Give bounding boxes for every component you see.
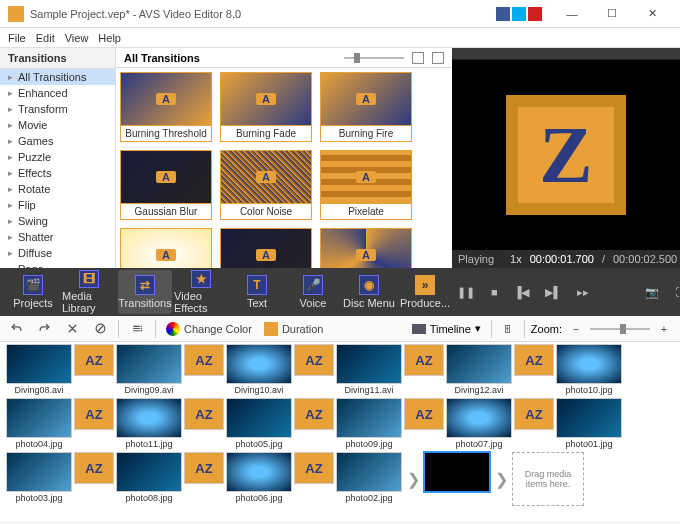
transition-arrow[interactable]: ❯ (492, 459, 510, 499)
speed-button[interactable]: ▸▸ (574, 284, 592, 301)
time-duration: 00:00:02.500 (613, 253, 677, 265)
storyboard-transition[interactable]: AZ (184, 344, 224, 376)
storyboard-clip[interactable]: photo04.jpg (6, 398, 72, 450)
maximize-button[interactable]: ☐ (592, 2, 632, 26)
sidebar-item[interactable]: ▸Transform (0, 101, 115, 117)
transition-item[interactable]: AFlash Dark (220, 228, 312, 268)
transition-item[interactable]: AColor Noise (220, 150, 312, 220)
transition-item[interactable]: ABurning Fire (320, 72, 412, 142)
storyboard-clip[interactable]: Diving08.avi (6, 344, 72, 396)
sidebar-item[interactable]: ▸Movie (0, 117, 115, 133)
transition-item[interactable]: AFlash Light (120, 228, 212, 268)
transition-item[interactable]: ABurning Fade (220, 72, 312, 142)
transition-arrow[interactable]: ❯ (404, 459, 422, 499)
close-button[interactable]: ✕ (632, 2, 672, 26)
toolbar-voice[interactable]: 🎤Voice (286, 270, 340, 314)
zoom-out-button[interactable]: − (566, 319, 586, 339)
storyboard-clip[interactable] (424, 452, 490, 492)
storyboard-clip[interactable]: Diving11.avi (336, 344, 402, 396)
fullscreen-button[interactable]: ⛶ (672, 284, 680, 300)
storyboard-transition[interactable]: AZ (294, 344, 334, 376)
facebook-icon[interactable] (496, 7, 510, 21)
minimize-button[interactable]: — (552, 2, 592, 26)
timeline-icon (412, 324, 426, 334)
toolbar-text[interactable]: TText (230, 270, 284, 314)
storyboard-transition[interactable]: AZ (74, 452, 114, 484)
preview-scrubber[interactable] (452, 48, 680, 60)
gallery-zoom[interactable] (344, 57, 404, 59)
prev-frame-button[interactable]: ▐◀ (511, 284, 533, 301)
storyboard-clip[interactable]: photo03.jpg (6, 452, 72, 504)
sidebar-item[interactable]: ▸Swing (0, 213, 115, 229)
storyboard-transition[interactable]: AZ (74, 344, 114, 376)
toolbar-video-effects[interactable]: ★Video Effects (174, 270, 228, 314)
duration-button[interactable]: Duration (262, 322, 326, 336)
storyboard-clip[interactable]: photo06.jpg (226, 452, 292, 504)
transition-item[interactable]: APixelate (320, 150, 412, 220)
toolbar-media-library[interactable]: 🎞Media Library (62, 270, 116, 314)
sidebar-item[interactable]: ▸All Transitions (0, 69, 115, 85)
zoom-slider[interactable] (590, 328, 650, 330)
toolbar-produce-[interactable]: »Produce... (398, 270, 452, 314)
undo-button[interactable] (6, 319, 26, 339)
snapshot-button[interactable]: 📷 (642, 284, 662, 301)
storyboard-clip[interactable]: photo10.jpg (556, 344, 622, 396)
next-frame-button[interactable]: ▶▌ (542, 284, 564, 301)
zoom-in-button[interactable]: + (654, 319, 674, 339)
sidebar-item[interactable]: ▸Effects (0, 165, 115, 181)
settings-button[interactable] (127, 319, 147, 339)
sidebar-item[interactable]: ▸Enhanced (0, 85, 115, 101)
play-pause-button[interactable]: ❚❚ (454, 284, 478, 301)
storyboard-clip[interactable]: Diving09.avi (116, 344, 182, 396)
storyboard-clip[interactable]: photo09.jpg (336, 398, 402, 450)
storyboard-clip[interactable]: photo01.jpg (556, 398, 622, 450)
sidebar-item[interactable]: ▸Shatter (0, 229, 115, 245)
storyboard-transition[interactable]: AZ (74, 398, 114, 430)
storyboard-transition[interactable]: AZ (184, 452, 224, 484)
audio-mix-button[interactable]: 🎚 (498, 319, 518, 339)
storyboard-transition[interactable]: AZ (514, 398, 554, 430)
menu-view[interactable]: View (65, 32, 89, 44)
storyboard-transition[interactable]: AZ (294, 398, 334, 430)
storyboard-clip[interactable]: photo02.jpg (336, 452, 402, 504)
storyboard-clip[interactable]: photo08.jpg (116, 452, 182, 504)
storyboard-clip[interactable]: Diving10.avi (226, 344, 292, 396)
menu-help[interactable]: Help (98, 32, 121, 44)
transition-item[interactable]: ATwirl Clockwise (320, 228, 412, 268)
storyboard[interactable]: Diving08.aviAZDiving09.aviAZDiving10.avi… (0, 342, 680, 522)
youtube-icon[interactable] (528, 7, 542, 21)
sidebar-item[interactable]: ▸Diffuse (0, 245, 115, 261)
toolbar-disc-menu[interactable]: ◉Disc Menu (342, 270, 396, 314)
storyboard-clip[interactable]: photo05.jpg (226, 398, 292, 450)
storyboard-transition[interactable]: AZ (404, 344, 444, 376)
transition-item[interactable]: ABurning Threshold (120, 72, 212, 142)
change-color-button[interactable]: Change Color (164, 322, 254, 336)
stop-button[interactable]: ■ (488, 284, 501, 300)
sidebar-item[interactable]: ▸Rotate (0, 181, 115, 197)
gallery-view-list-icon[interactable] (432, 52, 444, 64)
twitter-icon[interactable] (512, 7, 526, 21)
menu-edit[interactable]: Edit (36, 32, 55, 44)
disable-button[interactable] (90, 319, 110, 339)
menu-file[interactable]: File (8, 32, 26, 44)
storyboard-transition[interactable]: AZ (514, 344, 554, 376)
storyboard-clip[interactable]: Diving12.avi (446, 344, 512, 396)
transition-item[interactable]: AGaussian Blur (120, 150, 212, 220)
sidebar-item[interactable]: ▸Page (0, 261, 115, 268)
sidebar-item[interactable]: ▸Puzzle (0, 149, 115, 165)
gallery-view-grid-icon[interactable] (412, 52, 424, 64)
sidebar-item[interactable]: ▸Games (0, 133, 115, 149)
view-mode-selector[interactable]: Timeline ▾ (408, 320, 485, 337)
toolbar-projects[interactable]: 🎬Projects (6, 270, 60, 314)
sidebar-item[interactable]: ▸Flip (0, 197, 115, 213)
svg-point-3 (140, 330, 142, 332)
storyboard-clip[interactable]: photo07.jpg (446, 398, 512, 450)
drop-target[interactable]: Drag media items here. (512, 452, 584, 506)
toolbar-transitions[interactable]: ⇄Transitions (118, 270, 172, 314)
storyboard-transition[interactable]: AZ (404, 398, 444, 430)
storyboard-transition[interactable]: AZ (184, 398, 224, 430)
storyboard-transition[interactable]: AZ (294, 452, 334, 484)
storyboard-clip[interactable]: photo11.jpg (116, 398, 182, 450)
redo-button[interactable] (34, 319, 54, 339)
delete-button[interactable] (62, 319, 82, 339)
